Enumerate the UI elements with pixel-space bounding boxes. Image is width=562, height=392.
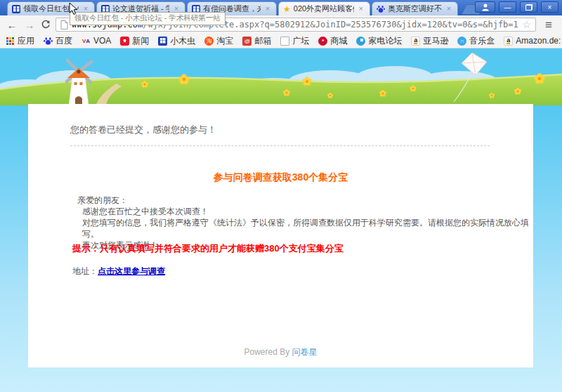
bookmark-label: 应用 [18,35,34,47]
bookmark-news[interactable]: 新闻 [120,35,149,47]
tab-tooltip: 领取今日红包 - 小木虫论坛 - 学术科研第一站 [70,12,226,25]
bookmark-voa[interactable]: VA VOA [81,36,111,46]
tab-close-icon[interactable]: × [263,5,272,13]
bookmarks-bar: 应用 百度 VA VOA 新闻 小木虫 淘 淘宝 @ 邮箱 广坛 [0,34,562,48]
music-icon: ∩ [457,37,466,46]
browser-window: 领取今日红包 - 小木 × 论文道贺祈福 - 学术 × 有偿问卷调查，来赚 × … [0,0,562,392]
bookmark-label: 淘宝 [216,35,233,47]
mall-icon: * [318,37,327,46]
bookmark-label: 商城 [330,35,347,47]
mouse-cursor [69,2,78,15]
forward-button[interactable]: → [23,20,36,30]
bookmark-mall[interactable]: * 商城 [318,35,347,47]
bookmark-apps[interactable]: 应用 [6,35,34,47]
powered-by-text: Powered By [244,347,292,357]
tab-close-icon[interactable]: × [445,5,453,13]
address-row: 地址：点击这里参与调查 [72,266,165,277]
bookmark-mail[interactable]: @ 邮箱 [242,35,271,47]
bookmark-amazon-de[interactable]: a Amazon.de: Einkau… [504,36,562,46]
close-icon: × [548,4,552,11]
tab-label: 020外卖网站顾客体验 [294,4,354,14]
tab-o2o-survey-active[interactable]: ★ 020外卖网站顾客体验 × [278,1,370,15]
letter-line: 对您填写的信息，我们将严格遵守《统计法》予以保密，所得调查数据仅用于科学研究需要… [77,217,533,240]
spring-banner-illustration [0,48,562,105]
amazon-icon: a [411,37,420,46]
join-survey-link[interactable]: 点击这里参与调查 [98,266,165,276]
refresh-button[interactable] [41,20,51,30]
voa-icon: VA [81,37,91,46]
xmc-grid-icon [158,37,167,46]
bookmark-label: 新闻 [132,35,149,47]
dashed-divider [70,145,490,146]
bookmark-label: 邮箱 [254,35,271,47]
survey-result-card: 您的答卷已经提交，感谢您的参与！ 参与问卷调查获取380个集分宝 亲爱的朋友： … [28,104,533,367]
amazon-icon: a [504,37,513,46]
wenjuanxing-link[interactable]: 问卷星 [292,347,318,357]
minimize-button[interactable]: — [499,1,516,13]
star-favicon: ★ [283,5,291,13]
restore-button[interactable] [520,1,537,13]
page-icon [280,37,289,46]
menu-icon[interactable]: ≡ [541,19,556,31]
back-button[interactable]: ← [6,20,18,30]
survey-complete-page: 您的答卷已经提交，感谢您的参与！ 参与问卷调查获取380个集分宝 亲爱的朋友： … [0,48,562,392]
bookmark-amazon-cn[interactable]: a 亚马逊 [411,35,448,47]
tab-label: 奥克斯空调好不好_百 [388,4,442,14]
restore-icon [525,4,532,11]
bookmark-star-icon[interactable]: ☆ [522,19,531,30]
bookmark-xiaomuchong[interactable]: 小木虫 [158,35,195,47]
close-button[interactable]: × [541,1,558,13]
powered-by: Powered By 问卷星 [28,346,533,358]
reward-warning: 提示：只有认真填写并符合要求的用户才能获赠380个支付宝集分宝 [72,242,344,255]
submitted-message: 您的答卷已经提交，感谢您的参与！ [70,124,216,136]
taobao-icon: 淘 [204,37,214,46]
xmc-grid-favicon [12,5,20,13]
tab-aux-aircon[interactable]: 奥克斯空调好不好_百 × [372,1,458,15]
swirl-icon [356,37,365,46]
bookmark-label: 百度 [55,35,72,47]
minimize-icon: — [504,4,511,11]
address-label: 地址： [72,266,98,276]
bookmark-label: 小木虫 [170,35,195,47]
promo-title: 参与问卷调查获取380个集分宝 [28,171,533,184]
baidu-paw-icon [44,37,53,46]
bookmark-taobao[interactable]: 淘 淘宝 [204,35,233,47]
bookmark-label: 家电论坛 [368,35,402,47]
mail-icon: @ [242,37,251,46]
letter-line: 感谢您在百忙之中接受本次调查！ [77,206,533,217]
bookmark-label: VOA [93,36,111,46]
letter-line: 亲爱的朋友： [77,195,533,206]
sina-news-icon [120,37,129,46]
page-icon [60,20,68,30]
person-icon [481,3,490,11]
bookmark-label: 亚马逊 [423,35,448,47]
bookmark-baidu[interactable]: 百度 [44,35,72,47]
bookmark-label: Amazon.de: Einkau… [516,36,562,46]
baidu-paw-favicon [377,5,385,13]
bookmark-jiadian-forum[interactable]: 家电论坛 [356,35,402,47]
apps-grid-icon [6,37,15,46]
bookmark-label: 广坛 [292,35,309,47]
bookmark-musicbox[interactable]: ∩ 音乐盒 [457,35,495,47]
tab-close-icon[interactable]: × [357,5,365,13]
window-controls: — × [475,1,558,13]
bookmark-label: 音乐盒 [469,35,495,47]
bookmark-guangtan[interactable]: 广坛 [280,35,309,47]
profile-button[interactable] [475,1,495,13]
